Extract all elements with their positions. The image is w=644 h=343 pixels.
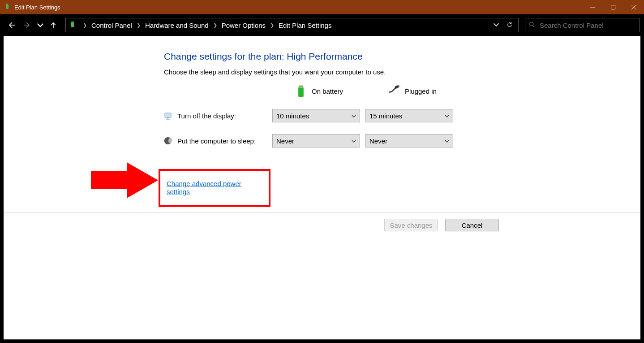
settings-grid: On battery Plugged in Turn off the displ… (164, 85, 640, 148)
svg-rect-0 (6, 4, 9, 9)
display-icon (164, 111, 173, 120)
chevron-down-icon (445, 112, 449, 120)
button-row: Save changes Cancel (4, 212, 640, 238)
chevron-down-icon (445, 137, 449, 145)
svg-line-17 (398, 85, 400, 86)
breadcrumb-item[interactable]: Control Panel (91, 22, 132, 29)
battery-icon (295, 85, 307, 97)
address-bar-icon (69, 21, 77, 29)
svg-rect-20 (167, 117, 168, 119)
column-header-label: On battery (312, 87, 343, 95)
svg-rect-14 (299, 85, 300, 87)
svg-line-11 (533, 25, 535, 27)
dropdown-value: Never (276, 137, 294, 145)
breadcrumb-item[interactable]: Edit Plan Settings (279, 22, 331, 29)
chevron-right-icon[interactable]: ❯ (134, 22, 143, 28)
back-button[interactable] (4, 18, 18, 32)
display-battery-dropdown[interactable]: 10 minutes (272, 109, 360, 122)
svg-rect-7 (71, 22, 74, 27)
svg-rect-2 (8, 4, 9, 5)
sleep-battery-dropdown[interactable]: Never (272, 134, 360, 148)
recent-locations-button[interactable] (37, 18, 44, 32)
chevron-down-icon (352, 137, 356, 145)
window-title: Edit Plan Settings (14, 4, 582, 11)
address-dropdown-button[interactable] (490, 22, 502, 29)
svg-rect-15 (301, 85, 302, 87)
refresh-button[interactable] (504, 22, 515, 29)
maximize-button[interactable] (603, 0, 623, 14)
svg-point-10 (530, 22, 533, 26)
chevron-right-icon[interactable]: ❯ (210, 22, 220, 28)
chevron-right-icon[interactable]: ❯ (80, 22, 90, 28)
row-label-text: Put the computer to sleep: (177, 137, 256, 145)
navbar: ❯ Control Panel ❯ Hardware and Sound ❯ P… (0, 14, 644, 36)
page-subheading: Choose the sleep and display settings th… (164, 68, 640, 76)
dropdown-value: 10 minutes (276, 112, 309, 120)
search-input[interactable] (540, 22, 635, 29)
row-label-display: Turn off the display: (164, 111, 267, 120)
svg-rect-9 (73, 21, 74, 22)
close-button[interactable] (623, 0, 644, 14)
column-header-battery: On battery (272, 85, 360, 97)
titlebar: Edit Plan Settings (0, 0, 644, 14)
svg-rect-4 (611, 5, 615, 9)
svg-line-18 (399, 87, 400, 87)
column-header-plugged: Plugged in (365, 85, 453, 97)
row-label-text: Turn off the display: (177, 112, 236, 120)
forward-button[interactable] (21, 18, 34, 32)
page-heading: Change settings for the plan: High Perfo… (164, 51, 640, 62)
minimize-button[interactable] (582, 0, 603, 14)
breadcrumb-item[interactable]: Power Options (222, 22, 266, 29)
chevron-right-icon[interactable]: ❯ (267, 22, 277, 28)
sleep-icon (164, 136, 173, 145)
sleep-plugged-dropdown[interactable]: Never (365, 134, 453, 148)
dropdown-value: Never (369, 137, 387, 145)
svg-rect-19 (165, 113, 171, 117)
cancel-button[interactable]: Cancel (445, 219, 499, 231)
address-bar[interactable]: ❯ Control Panel ❯ Hardware and Sound ❯ P… (65, 18, 519, 32)
up-button[interactable] (47, 18, 60, 32)
column-header-label: Plugged in (405, 87, 437, 95)
breadcrumb-item[interactable]: Hardware and Sound (145, 22, 209, 29)
search-box[interactable] (525, 18, 640, 32)
display-plugged-dropdown[interactable]: 15 minutes (365, 109, 453, 122)
search-icon (529, 22, 535, 29)
svg-point-13 (298, 86, 304, 88)
svg-rect-1 (6, 4, 7, 5)
svg-rect-12 (298, 87, 304, 97)
plug-icon (388, 85, 400, 97)
window-controls (582, 0, 644, 14)
svg-rect-21 (166, 119, 170, 120)
advanced-link-highlight: Change advanced power settings (159, 169, 270, 207)
chevron-down-icon (352, 112, 356, 120)
change-advanced-power-settings-link[interactable]: Change advanced power settings (167, 180, 241, 195)
save-changes-button: Save changes (384, 219, 438, 231)
row-label-sleep: Put the computer to sleep: (164, 136, 267, 145)
content-area: Change settings for the plan: High Perfo… (4, 36, 640, 339)
svg-rect-8 (72, 21, 73, 22)
dropdown-value: 15 minutes (369, 112, 402, 120)
app-icon (4, 4, 11, 11)
